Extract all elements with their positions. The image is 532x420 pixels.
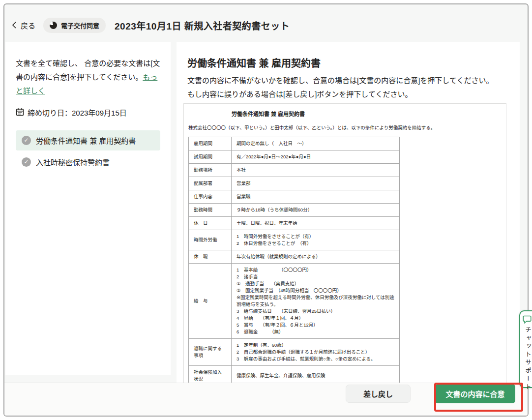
contract-row-label: 雇用期間 <box>189 137 232 150</box>
contract-row-value: 期間の定め無し（ 入社日 ～） <box>232 137 400 150</box>
contract-table-row: 勤務時間９時から18時（うち休憩時間60分） <box>189 204 400 217</box>
contract-row-value: 1 基本給 （〇〇〇〇円）2 諸手当① 通勤手当 （実費支給）② 固定残業手当 … <box>232 264 400 339</box>
sidebar-document-item[interactable]: ✓労働条件通知書 兼 雇用契約書 <box>16 130 160 150</box>
contract-table-row: 配属部署営業部 <box>189 177 400 190</box>
description-line-2: もし内容に誤りがある場合は[差し戻し]ボタンを押下してください。 <box>187 88 520 101</box>
contract-row-value: 土曜、日曜、祝日、年末年始 <box>232 217 400 230</box>
contract-table-row: 勤務場所本社 <box>189 164 400 177</box>
contract-table-row: 時間外労働1 時間外労働をさせることが（有）2 休日労働をさせることが （有） <box>189 230 400 250</box>
contract-row-value: 営業部 <box>232 177 400 190</box>
contract-row-value: 本社 <box>232 164 400 177</box>
deadline: 締め切り日：2023年09月15日 <box>16 107 160 118</box>
contract-row-value: ９時から18時（うち休憩時間60分） <box>232 204 400 217</box>
main-panel: 労働条件通知書 兼 雇用契約書 文書の内容に不備がないかを確認し、合意の場合は[… <box>177 42 520 383</box>
contract-row-label: 社会保険加入状況 <box>189 366 232 383</box>
contract-table-row: 休 日土曜、日曜、祝日、年末年始 <box>189 217 400 230</box>
contract-row-label: 退職に関する事項 <box>189 339 232 366</box>
chat-support-widget[interactable]: チャットサポート <box>519 310 532 388</box>
contract-row-value: 有／2022年●月●日～202●年●月●日 <box>232 150 400 164</box>
contract-row-value: 1 時間外労働をさせることが（有）2 休日労働をさせることが （有） <box>232 230 400 250</box>
document-title: 労働条件通知書 兼 雇用契約書 <box>187 56 520 70</box>
sidebar-document-label: 入社時秘密保持誓約書 <box>36 157 110 167</box>
sidebar-instruction: 文書を全て確認し、 合意の必要な文書は[文書の内容に合意]を押下してください。も… <box>16 57 160 98</box>
contract-intro: 株式会社〇〇〇〇（以下、甲という。）と田中太郎（以下、乙という。）とは、以下の条… <box>188 124 502 131</box>
contract-row-label: 給 与 <box>189 264 232 339</box>
sidebar: 文書を全て確認し、 合意の必要な文書は[文書の内容に合意]を押下してください。も… <box>5 42 171 375</box>
badge-label: 電子交付同意 <box>61 21 99 30</box>
chat-bubble-icon <box>520 315 532 324</box>
sidebar-document-item[interactable]: ✓入社時秘密保持誓約書 <box>16 152 160 172</box>
contract-table-row: 試用期間有／2022年●月●日～202●年●月●日 <box>189 150 400 164</box>
contract-row-label: 仕事内容 <box>189 190 232 204</box>
contract-table-row: 退職に関する事項1 定年制（有、60歳）2 自己都合退職の手続（退職する１か月前… <box>189 339 400 366</box>
contract-table-row: 仕事内容営業職 <box>189 190 400 204</box>
check-circle-icon: ✓ <box>22 157 31 167</box>
contract-row-label: 試用期間 <box>189 150 232 164</box>
status-badge: 電子交付同意 <box>43 18 106 33</box>
contract-row-value: 1 定年制（有、60歳）2 自己都合退職の手続（退職する１か月前迄に届け出ること… <box>232 339 400 366</box>
contract-row-label: 勤務場所 <box>189 164 232 177</box>
contract-table-row: 社会保険加入状況健康保険、厚生年金、介護保険、雇用保険 <box>189 366 400 383</box>
chat-support-label: チャットサポート <box>523 327 532 391</box>
contract-row-label: 勤務時間 <box>189 204 232 217</box>
contract-row-label: 配属部署 <box>189 177 232 190</box>
header: 戻る 電子交付同意 2023年10月1日 新規入社者契約書セット <box>12 16 290 34</box>
back-label: 戻る <box>21 20 35 30</box>
calendar-icon <box>16 108 24 118</box>
deadline-text: 締め切り日：2023年09月15日 <box>28 107 127 118</box>
chevron-left-icon <box>12 21 17 29</box>
description-line-1: 文書の内容に不備がないかを確認し、合意の場合は[文書の内容に合意]を押下してくだ… <box>187 74 520 88</box>
instruction-text: 文書を全て確認し、 合意の必要な文書は[文書の内容に合意]を押下してください。 <box>16 59 160 81</box>
pie-chart-icon <box>50 22 57 29</box>
contract-table: 雇用期間期間の定め無し（ 入社日 ～）試用期間有／2022年●月●日～202●年… <box>188 137 400 383</box>
contract-row-value: 営業職 <box>232 190 400 204</box>
contract-title: 労働条件通知書 兼 雇用契約書 <box>232 110 502 118</box>
contract-row-label: 休 暇 <box>189 250 232 264</box>
page-card: 戻る 電子交付同意 2023年10月1日 新規入社者契約書セット 文書を全て確認… <box>3 3 529 417</box>
back-button[interactable]: 戻る <box>12 20 35 30</box>
contract-row-label: 休 日 <box>189 217 232 230</box>
sidebar-document-label: 労働条件通知書 兼 雇用契約書 <box>36 135 136 146</box>
contract-table-row: 雇用期間期間の定め無し（ 入社日 ～） <box>189 137 400 150</box>
document-list: ✓労働条件通知書 兼 雇用契約書✓入社時秘密保持誓約書 <box>16 130 160 172</box>
contract-row-label: 時間外労働 <box>189 230 232 250</box>
contract-table-row: 休 暇年次有給休暇（就業規則の定めによる） <box>189 250 400 264</box>
contract-table-body: 雇用期間期間の定め無し（ 入社日 ～）試用期間有／2022年●月●日～202●年… <box>189 137 400 383</box>
check-circle-icon: ✓ <box>22 136 31 145</box>
contract-table-row: 給 与1 基本給 （〇〇〇〇円）2 諸手当① 通勤手当 （実費支給）② 固定残業… <box>189 264 400 339</box>
contract-preview[interactable]: 労働条件通知書 兼 雇用契約書 株式会社〇〇〇〇（以下、甲という。）と田中太郎（… <box>183 103 506 383</box>
contract-row-value: 健康保険、厚生年金、介護保険、雇用保険 <box>232 366 400 383</box>
agree-button[interactable]: 文書の内容に合意 <box>435 384 515 403</box>
reject-button[interactable]: 差し戻し <box>346 385 411 403</box>
page-title: 2023年10月1日 新規入社者契約書セット <box>115 19 290 32</box>
contract-row-value: 年次有給休暇（就業規則の定めによる） <box>232 250 400 264</box>
document-description: 文書の内容に不備がないかを確認し、合意の場合は[文書の内容に合意]を押下してくだ… <box>187 74 520 101</box>
